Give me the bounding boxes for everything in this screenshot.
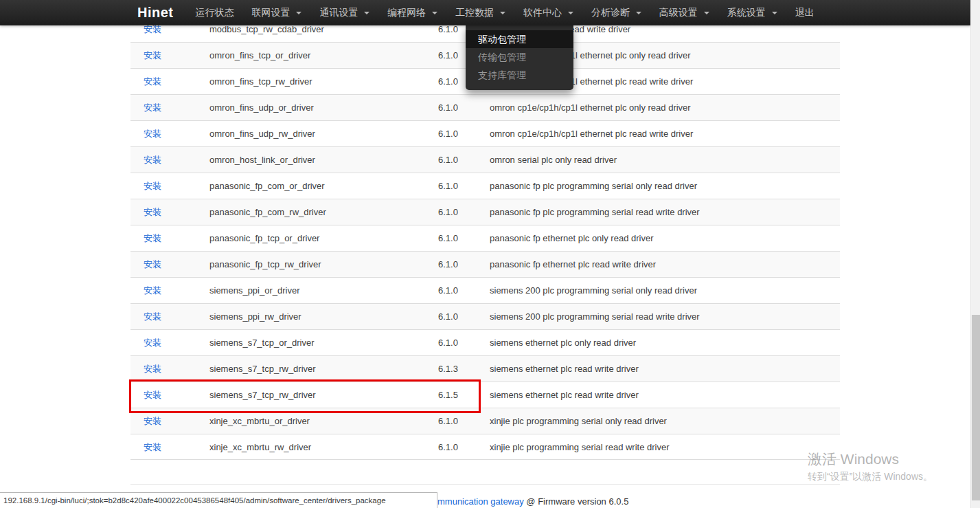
- table-row: 安装 siemens_s7_tcp_rw_driver 6.1.3 siemen…: [130, 355, 840, 382]
- chevron-down-icon: [704, 12, 709, 14]
- vertical-scrollbar[interactable]: [970, 0, 980, 508]
- install-link[interactable]: 安装: [144, 76, 161, 87]
- nav-item[interactable]: 分析诊断: [582, 0, 650, 25]
- driver-version: 6.1.0: [433, 408, 484, 434]
- footer-gateway-link[interactable]: mmunication gateway: [437, 496, 524, 507]
- table-row: 安装 siemens_s7_tcp_or_driver 6.1.0 siemen…: [130, 329, 840, 355]
- driver-name: panasonic_fp_tcp_or_driver: [204, 225, 433, 251]
- dropdown-item[interactable]: 驱动包管理: [466, 30, 573, 48]
- nav-item[interactable]: 软件中心: [514, 0, 582, 25]
- install-link[interactable]: 安装: [144, 416, 161, 426]
- nav-item-label: 软件中心: [523, 7, 562, 18]
- install-link[interactable]: 安装: [144, 129, 161, 139]
- install-link[interactable]: 安装: [144, 442, 161, 452]
- driver-name: omron_fins_udp_or_driver: [204, 95, 433, 120]
- table-row: 安装 panasonic_fp_tcp_rw_driver 6.1.0 pana…: [130, 251, 840, 277]
- driver-name: panasonic_fp_com_or_driver: [204, 173, 433, 199]
- install-cell: 安装: [130, 434, 204, 459]
- driver-name: xinje_xc_mbrtu_rw_driver: [204, 434, 433, 459]
- nav-item[interactable]: 高级设置: [650, 0, 718, 25]
- nav-item[interactable]: 退出: [786, 0, 823, 25]
- nav-menu: 运行状态 联网设置 通讯设置 编程网络 工控数据 软件中心 分析诊断 高级设置 …: [187, 0, 823, 25]
- install-cell: 安装: [130, 408, 204, 434]
- nav-item[interactable]: 编程网络: [378, 0, 446, 25]
- footer-firmware-version: @ Firmware version 6.0.5: [524, 496, 629, 507]
- install-link[interactable]: 安装: [144, 338, 161, 348]
- footer: mmunication gateway @ Firmware version 6…: [437, 496, 628, 507]
- driver-name: omron_fins_tcp_rw_driver: [204, 69, 433, 94]
- driver-description: panasonic fp ethernet plc only read driv…: [484, 225, 840, 251]
- install-link[interactable]: 安装: [144, 259, 161, 269]
- install-link[interactable]: 安装: [144, 181, 161, 191]
- install-cell: 安装: [130, 382, 204, 408]
- chevron-down-icon: [568, 12, 573, 14]
- nav-item[interactable]: 通讯设置: [310, 0, 378, 25]
- driver-description: omron serial plc only read driver: [484, 147, 840, 173]
- driver-description: siemens 200 plc programming serial only …: [484, 278, 840, 303]
- driver-version: 6.1.0: [433, 252, 484, 277]
- install-link[interactable]: 安装: [144, 311, 161, 322]
- top-navbar: Hinet 运行状态 联网设置 通讯设置 编程网络 工控数据 软件中心 分析诊断…: [0, 0, 970, 25]
- nav-item[interactable]: 系统设置: [718, 0, 786, 25]
- driver-name: siemens_ppi_rw_driver: [204, 304, 433, 329]
- driver-name: siemens_s7_tcp_or_driver: [204, 330, 433, 355]
- install-cell: 安装: [130, 330, 204, 355]
- chevron-down-icon: [500, 12, 505, 14]
- driver-description: xinjie plc programming serial only read …: [484, 408, 840, 434]
- driver-description: xinjie plc programming serial read write…: [484, 434, 840, 459]
- driver-version: 6.1.0: [433, 121, 484, 146]
- install-cell: 安装: [130, 278, 204, 303]
- install-link[interactable]: 安装: [144, 102, 161, 113]
- nav-item[interactable]: 运行状态: [187, 0, 243, 25]
- driver-version: 6.1.0: [433, 173, 484, 199]
- driver-version: 6.1.0: [433, 304, 484, 329]
- table-row: 安装 omron_fins_udp_rw_driver 6.1.0 omron …: [130, 120, 840, 146]
- software-center-dropdown: 驱动包管理 传输包管理 支持库管理: [466, 25, 573, 90]
- nav-item-label: 运行状态: [196, 7, 234, 18]
- table-row: 安装 panasonic_fp_com_or_driver 6.1.0 pana…: [130, 173, 840, 199]
- install-cell: 安装: [130, 199, 204, 225]
- install-cell: 安装: [130, 304, 204, 329]
- driver-description: panasonic fp ethernet plc read write dri…: [484, 252, 840, 277]
- watermark-subtitle: 转到“设置”以激活 Windows。: [808, 471, 933, 483]
- install-link[interactable]: 安装: [144, 390, 161, 400]
- install-link[interactable]: 安装: [144, 233, 161, 243]
- chevron-down-icon: [636, 12, 641, 14]
- driver-name: omron_host_link_or_driver: [204, 147, 433, 173]
- driver-description: siemens ethernet plc read write driver: [484, 356, 840, 382]
- install-cell: 安装: [130, 121, 204, 146]
- nav-item-label: 联网设置: [252, 7, 290, 18]
- nav-item[interactable]: 联网设置: [243, 0, 311, 25]
- driver-name: panasonic_fp_tcp_rw_driver: [204, 252, 433, 277]
- table-row: 安装 siemens_ppi_or_driver 6.1.0 siemens 2…: [130, 277, 840, 303]
- install-link[interactable]: 安装: [144, 50, 161, 60]
- driver-version: 6.1.0: [433, 147, 484, 173]
- driver-name: omron_fins_tcp_or_driver: [204, 43, 433, 68]
- driver-description: siemens 200 plc programming serial read …: [484, 304, 840, 329]
- install-link[interactable]: 安装: [144, 155, 161, 165]
- driver-version: 6.1.0: [433, 199, 484, 225]
- dropdown-item[interactable]: 传输包管理: [466, 48, 573, 66]
- driver-description: panasonic fp plc programming serial read…: [484, 199, 840, 225]
- table-row: 安装 panasonic_fp_com_rw_driver 6.1.0 pana…: [130, 199, 840, 225]
- brand-logo[interactable]: Hinet: [137, 5, 174, 21]
- driver-version: 6.1.0: [433, 95, 484, 120]
- driver-name: siemens_s7_tcp_rw_driver: [204, 382, 433, 408]
- nav-item-label: 退出: [795, 7, 814, 18]
- scrollbar-thumb[interactable]: [972, 315, 980, 500]
- install-link[interactable]: 安装: [144, 24, 161, 34]
- chevron-down-icon: [296, 12, 301, 14]
- install-link[interactable]: 安装: [144, 364, 161, 374]
- nav-item[interactable]: 工控数据: [446, 0, 514, 25]
- install-cell: 安装: [130, 69, 204, 94]
- driver-version: 6.1.0: [433, 225, 484, 251]
- driver-version: 6.1.3: [433, 356, 484, 382]
- table-row: 安装 panasonic_fp_tcp_or_driver 6.1.0 pana…: [130, 225, 840, 251]
- driver-description: siemens ethernet plc read write driver: [484, 382, 840, 408]
- install-link[interactable]: 安装: [144, 285, 161, 296]
- install-cell: 安装: [130, 95, 204, 120]
- install-cell: 安装: [130, 356, 204, 382]
- dropdown-item[interactable]: 支持库管理: [466, 66, 573, 84]
- install-link[interactable]: 安装: [144, 207, 161, 217]
- install-cell: 安装: [130, 173, 204, 199]
